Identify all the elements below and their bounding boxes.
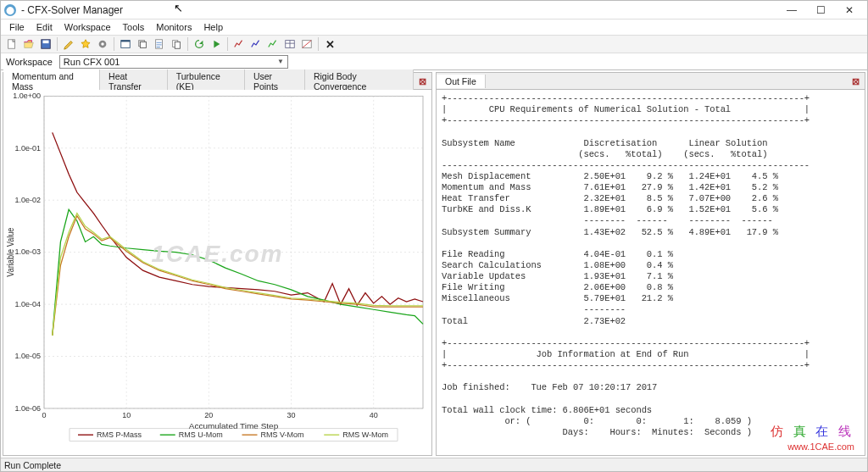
report-icon[interactable]	[152, 36, 167, 52]
workspace-value: Run CFX 001	[64, 57, 120, 67]
copy-icon[interactable]	[169, 36, 184, 52]
svg-text:Accumulated Time Step: Accumulated Time Step	[189, 421, 278, 430]
panel-close-icon[interactable]: ⊠	[414, 76, 431, 86]
svg-text:0: 0	[42, 411, 47, 419]
chart-area[interactable]: 1CAE.com 1.0e+001.0e-011.0e-021.0e-031.0…	[3, 90, 431, 455]
menu-help[interactable]: Help	[198, 21, 228, 33]
minimize-button[interactable]: —	[777, 2, 806, 19]
save-icon[interactable]	[38, 36, 53, 52]
stack-icon[interactable]	[135, 36, 150, 52]
app-icon: ⬤	[4, 4, 16, 16]
svg-text:30: 30	[287, 411, 296, 419]
svg-text:RMS V-Mom: RMS V-Mom	[261, 430, 304, 439]
svg-rect-14	[44, 96, 423, 408]
panel-close-icon[interactable]: ⊠	[847, 76, 865, 86]
svg-text:40: 40	[370, 411, 378, 419]
svg-text:1.0e+00: 1.0e+00	[13, 92, 41, 100]
workspace-label: Workspace	[1, 57, 59, 67]
workspace-selector[interactable]: Run CFX 001 ▼	[59, 55, 288, 69]
star-icon[interactable]	[78, 36, 93, 52]
svg-text:1.0e-01: 1.0e-01	[14, 144, 41, 153]
menu-workspace[interactable]: Workspace	[59, 21, 116, 33]
url-watermark: www.1CAE.com	[787, 441, 854, 452]
svg-rect-11	[175, 42, 180, 48]
workspace-bar: Workspace Run CFX 001 ▼	[1, 53, 867, 70]
stop-icon[interactable]: ✕	[322, 36, 337, 52]
svg-text:1.0e-05: 1.0e-05	[14, 353, 41, 361]
window-title: - CFX-Solver Manager	[21, 4, 123, 16]
status-text: Run Complete	[4, 460, 61, 470]
play-icon[interactable]	[209, 36, 224, 52]
monitor1-icon[interactable]	[231, 36, 247, 52]
svg-text:Variable Value: Variable Value	[6, 228, 15, 277]
outfile-tabstrip: Out File ⊠	[437, 73, 865, 90]
gear-icon[interactable]	[95, 36, 110, 52]
open-icon[interactable]	[21, 36, 36, 52]
svg-text:RMS W-Mom: RMS W-Mom	[342, 430, 388, 439]
svg-rect-6	[121, 41, 131, 42]
svg-text:1.0e-03: 1.0e-03	[14, 248, 41, 257]
monitor3-icon[interactable]	[265, 36, 281, 52]
menu-monitors[interactable]: Monitors	[151, 21, 197, 33]
close-button[interactable]: ✕	[835, 2, 864, 19]
svg-rect-8	[140, 42, 146, 47]
brand-watermark: 仿 真 在 线	[771, 424, 854, 440]
content-area: Momentum and Mass Heat Transfer Turbulen…	[1, 70, 867, 458]
svg-text:RMS U-Mom: RMS U-Mom	[179, 430, 223, 439]
maximize-button[interactable]: ☐	[806, 2, 835, 19]
statusbar: Run Complete	[1, 458, 867, 471]
convergence-chart: 1.0e+001.0e-011.0e-021.0e-031.0e-041.0e-…	[3, 90, 431, 455]
menu-bar: File Edit Workspace Tools Monitors Help	[1, 19, 867, 35]
tab-out-file[interactable]: Out File	[437, 75, 486, 88]
svg-point-4	[101, 42, 104, 46]
chart-panel: Momentum and Mass Heat Transfer Turbulen…	[3, 72, 432, 456]
new-icon[interactable]	[4, 36, 19, 52]
refresh-icon[interactable]	[192, 36, 207, 52]
outfile-panel: Out File ⊠ +----------------------------…	[436, 72, 865, 456]
table-monitor-icon[interactable]	[282, 36, 298, 52]
application-window: ↖ ⬤ - CFX-Solver Manager — ☐ ✕ File Edit…	[0, 0, 868, 472]
svg-text:1.0e-04: 1.0e-04	[14, 300, 41, 308]
svg-rect-2	[43, 41, 49, 44]
menu-tools[interactable]: Tools	[118, 21, 150, 33]
svg-text:1.0e-02: 1.0e-02	[14, 196, 41, 204]
menu-file[interactable]: File	[4, 21, 30, 33]
overlay-icon[interactable]	[299, 36, 314, 52]
toolbar: ✕	[1, 35, 867, 53]
svg-text:10: 10	[122, 411, 131, 419]
titlebar: ⬤ - CFX-Solver Manager — ☐ ✕	[1, 1, 867, 19]
svg-text:20: 20	[204, 411, 213, 419]
window-icon[interactable]	[118, 36, 133, 52]
menu-edit[interactable]: Edit	[31, 21, 58, 33]
chart-tabstrip: Momentum and Mass Heat Transfer Turbulen…	[3, 73, 431, 90]
svg-text:RMS P-Mass: RMS P-Mass	[97, 430, 142, 439]
pencil-icon[interactable]	[61, 36, 76, 52]
monitor2-icon[interactable]	[248, 36, 264, 52]
outfile-text[interactable]: +---------------------------------------…	[437, 90, 865, 455]
chevron-down-icon: ▼	[277, 58, 284, 65]
svg-text:1.0e-06: 1.0e-06	[14, 404, 41, 413]
